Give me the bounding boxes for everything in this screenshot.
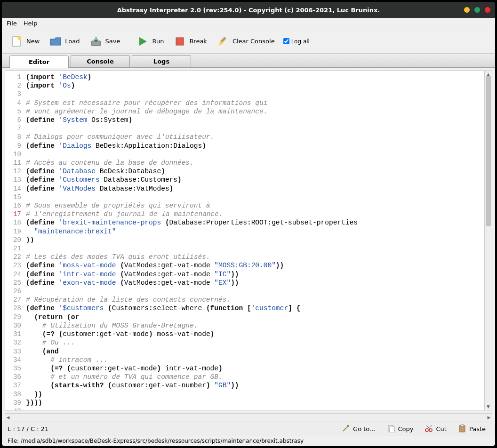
- new-icon: [10, 35, 24, 48]
- tab-editor[interactable]: Editor: [9, 56, 69, 68]
- goto-icon: [342, 424, 350, 434]
- load-button[interactable]: Load: [45, 33, 83, 50]
- break-label: Break: [189, 38, 207, 45]
- editor-area[interactable]: 1234567891011121314151617181920212223242…: [5, 71, 492, 410]
- tab-console[interactable]: Console: [71, 55, 130, 67]
- copy-icon: [387, 424, 395, 434]
- scroll-right-icon[interactable]: ▶: [486, 414, 492, 421]
- menu-file[interactable]: File: [7, 20, 17, 27]
- maximize-button[interactable]: [474, 7, 480, 13]
- vertical-scrollbar[interactable]: ▲ ▼: [484, 71, 492, 410]
- copy-button[interactable]: Copy: [383, 423, 417, 435]
- code-view[interactable]: (import 'BeDesk)(import 'Os) # System es…: [24, 71, 484, 410]
- cut-button[interactable]: Cut: [421, 423, 450, 435]
- goto-button[interactable]: Go to...: [338, 423, 379, 435]
- tab-logs[interactable]: Logs: [132, 55, 191, 67]
- clear-console-button[interactable]: Clear Console: [213, 33, 279, 50]
- broom-icon: [216, 35, 230, 48]
- cursor-position: L : 17 / C : 21: [8, 425, 73, 432]
- run-button[interactable]: Run: [132, 33, 168, 50]
- logall-checkbox[interactable]: Log all: [283, 38, 310, 45]
- statusbar: L : 17 / C : 21 Go to... Copy Cut Paste: [2, 422, 495, 436]
- close-button[interactable]: [485, 7, 490, 13]
- save-label: Save: [105, 38, 120, 45]
- clear-label: Clear Console: [232, 38, 275, 45]
- paste-button[interactable]: Paste: [454, 423, 489, 435]
- save-icon: [89, 35, 103, 48]
- save-button[interactable]: Save: [86, 33, 124, 50]
- logall-label: Log all: [291, 38, 310, 45]
- svg-point-1: [17, 36, 21, 40]
- minimize-button[interactable]: [464, 7, 470, 13]
- menu-help[interactable]: Help: [24, 20, 38, 27]
- stop-icon: [173, 35, 186, 48]
- new-button[interactable]: New: [7, 33, 43, 50]
- svg-rect-5: [390, 427, 394, 432]
- folder-open-icon: [49, 35, 62, 48]
- tabs: Editor Console Logs: [2, 54, 495, 68]
- horizontal-scrollbar[interactable]: ◀ ▶: [5, 413, 492, 421]
- new-label: New: [26, 38, 40, 45]
- play-icon: [136, 35, 149, 48]
- svg-rect-9: [461, 424, 464, 426]
- filepath-bar: File: /media/sdb1/workspace/BeDesk-Expre…: [2, 436, 495, 446]
- filepath-label: File: /media/sdb1/workspace/BeDesk-Expre…: [8, 438, 304, 444]
- scroll-down-icon[interactable]: ▼: [485, 403, 492, 410]
- run-label: Run: [152, 38, 164, 45]
- scroll-thumb[interactable]: [486, 76, 491, 226]
- clipboard-icon: [458, 424, 466, 434]
- titlebar: Abstrasy Interpreter 2.0 (rev:254.0) - C…: [2, 2, 495, 18]
- menubar: File Help: [2, 18, 495, 29]
- break-button[interactable]: Break: [169, 33, 210, 50]
- window-title: Abstrasy Interpreter 2.0 (rev:254.0) - C…: [117, 7, 380, 14]
- scroll-left-icon[interactable]: ◀: [5, 414, 11, 421]
- scissors-icon: [425, 424, 433, 434]
- svg-rect-3: [176, 38, 184, 45]
- load-label: Load: [65, 38, 80, 45]
- line-gutter: 1234567891011121314151617181920212223242…: [5, 71, 24, 410]
- logall-input[interactable]: [283, 38, 289, 44]
- toolbar: New Load Save Run Break Clear Console Lo…: [2, 29, 495, 54]
